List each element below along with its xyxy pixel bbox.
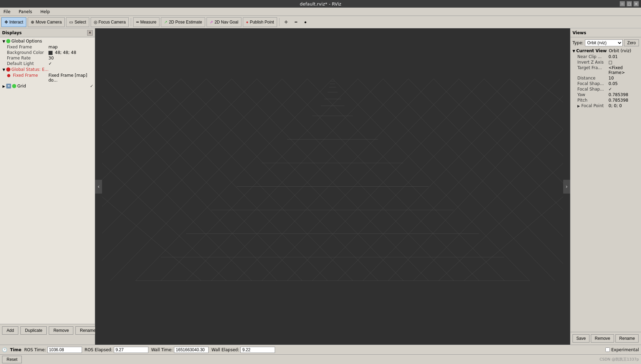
prop-fixed-frame-status-value: Fixed Frame [map] do...: [48, 73, 93, 83]
watermark: CSDN @凯凯王1337p: [599, 357, 639, 362]
prop-default-light-label: Default Light: [7, 61, 48, 66]
2d-nav-goal-button[interactable]: ⇗ 2D Nav Goal: [207, 17, 241, 27]
wall-time-input[interactable]: [174, 347, 209, 353]
menu-panels[interactable]: Panels: [17, 9, 34, 15]
svg-line-33: [102, 129, 252, 281]
bg-color-swatch[interactable]: [48, 51, 53, 55]
svg-line-30: [130, 79, 327, 281]
prop-fixed-frame-status: ● Fixed Frame Fixed Frame [map] do...: [0, 73, 95, 83]
focus-camera-button[interactable]: ◎ Focus Camera: [91, 17, 129, 27]
svg-line-29: [156, 79, 352, 281]
view-distance-label: Distance: [577, 76, 608, 81]
svg-line-23: [307, 79, 504, 281]
svg-line-41: [484, 79, 564, 156]
tree-item-global-options[interactable]: ▼ Global Options: [0, 38, 95, 44]
wall-time-group: Wall Time:: [151, 347, 209, 353]
crosshair-button[interactable]: ✛: [282, 17, 291, 27]
ros-elapsed-group: ROS Elapsed:: [85, 347, 148, 353]
current-view-expand-icon[interactable]: ▼: [573, 49, 575, 53]
view-invert-z-value: □: [608, 60, 638, 65]
2d-nav-icon: ⇗: [210, 20, 213, 25]
minimize-button[interactable]: ─: [620, 1, 625, 7]
dot-button[interactable]: ●: [301, 17, 309, 27]
measure-button[interactable]: ━ Measure: [133, 17, 159, 27]
svg-line-9: [338, 79, 534, 281]
grid-eye-icon: 👁: [6, 84, 11, 88]
time-clock-icon: 🕐: [2, 347, 7, 352]
views-remove-button[interactable]: Remove: [591, 334, 614, 343]
svg-line-28: [181, 79, 378, 281]
svg-line-7: [287, 79, 484, 281]
svg-line-43: [535, 79, 564, 102]
svg-line-17: [102, 79, 257, 234]
wall-elapsed-input[interactable]: [240, 347, 275, 353]
prop-fixed-frame-label: Fixed Frame: [7, 45, 48, 49]
2d-pose-estimate-button[interactable]: ↗ 2D Pose Estimate: [161, 17, 205, 27]
interact-button[interactable]: ✥ Interact: [1, 17, 26, 27]
grid-checkbox[interactable]: ✓: [90, 84, 93, 88]
view-pitch-label: Pitch: [577, 98, 608, 103]
viewport[interactable]: ‹ ›: [95, 28, 570, 345]
select-label: Select: [74, 20, 86, 25]
svg-line-35: [102, 197, 201, 281]
experimental-checkbox[interactable]: [605, 347, 610, 352]
views-save-button[interactable]: Save: [573, 334, 589, 343]
svg-line-31: [105, 79, 302, 281]
view-focal-point-label: ▶ Focal Point: [577, 103, 608, 108]
svg-line-5: [237, 79, 433, 281]
duplicate-button[interactable]: Duplicate: [20, 326, 47, 335]
svg-rect-0: [102, 28, 564, 345]
close-button[interactable]: ✕: [633, 1, 639, 7]
minus-button[interactable]: ━: [292, 17, 300, 27]
tree-item-grid[interactable]: ▶ 👁 Grid ✓: [0, 83, 95, 89]
move-camera-button[interactable]: ⊕ Move Camera: [28, 17, 65, 27]
prop-bg-color: Background Color 48; 48; 48: [0, 50, 95, 55]
viewport-arrow-left[interactable]: ‹: [95, 180, 102, 194]
menu-help[interactable]: Help: [38, 9, 52, 15]
wall-time-label: Wall Time:: [151, 347, 173, 352]
views-zero-button[interactable]: Zero: [624, 39, 639, 46]
2d-nav-label: 2D Nav Goal: [214, 20, 238, 25]
expand-global-status[interactable]: ▼: [1, 67, 6, 72]
reset-button[interactable]: Reset: [2, 356, 22, 363]
ros-elapsed-input[interactable]: [114, 347, 148, 353]
displays-buttons: Add Duplicate Remove Rename: [0, 324, 95, 337]
svg-line-34: [102, 163, 227, 281]
experimental-group: Experimental: [605, 347, 639, 352]
grid-visualization: [95, 28, 570, 345]
focal-point-expand-icon[interactable]: ▶: [577, 104, 580, 108]
current-view-label: Current View: [576, 48, 607, 53]
views-title: Views: [573, 30, 586, 35]
view-focal-enabled-label: Focal Shap...: [577, 87, 608, 92]
view-target-frame-value: <Fixed Frame>: [608, 65, 638, 75]
ros-time-input[interactable]: [47, 347, 82, 353]
tree-item-global-status[interactable]: ▼ Global Status: E...: [0, 66, 95, 73]
expand-grid[interactable]: ▶: [1, 84, 6, 88]
select-button[interactable]: ▭ Select: [66, 17, 89, 27]
svg-line-24: [282, 79, 479, 281]
ros-time-group: ROS Time:: [24, 347, 82, 353]
view-near-clip-value: 0.01: [608, 54, 638, 59]
crosshair-icon: ✛: [284, 20, 288, 25]
view-invert-z-label: Invert Z Axis: [577, 60, 608, 65]
view-prop-near-clip: Near Clip ... 0.01: [572, 54, 640, 59]
view-yaw-label: Yaw: [577, 92, 608, 97]
prop-frame-rate-label: Frame Rate: [7, 56, 48, 60]
expand-global-options[interactable]: ▼: [1, 39, 6, 44]
measure-label: Measure: [140, 20, 156, 25]
menu-file[interactable]: File: [1, 9, 12, 15]
add-button[interactable]: Add: [2, 326, 18, 335]
views-type-select[interactable]: Orbit (rviz): [585, 39, 623, 46]
remove-button[interactable]: Remove: [49, 326, 73, 335]
viewport-arrow-right[interactable]: ›: [563, 180, 570, 194]
svg-line-16: [102, 79, 282, 261]
prop-fixed-frame-status-label: ● Fixed Frame: [7, 73, 48, 83]
view-focal-point-value: 0; 0; 0: [608, 103, 638, 108]
maximize-button[interactable]: □: [626, 1, 632, 7]
publish-point-button[interactable]: ● Publish Point: [243, 17, 277, 27]
view-prop-yaw: Yaw 0.785398: [572, 92, 640, 97]
svg-line-27: [206, 79, 403, 281]
displays-close-button[interactable]: ✕: [87, 30, 93, 36]
views-rename-button[interactable]: Rename: [615, 334, 639, 343]
svg-line-39: [434, 79, 564, 210]
